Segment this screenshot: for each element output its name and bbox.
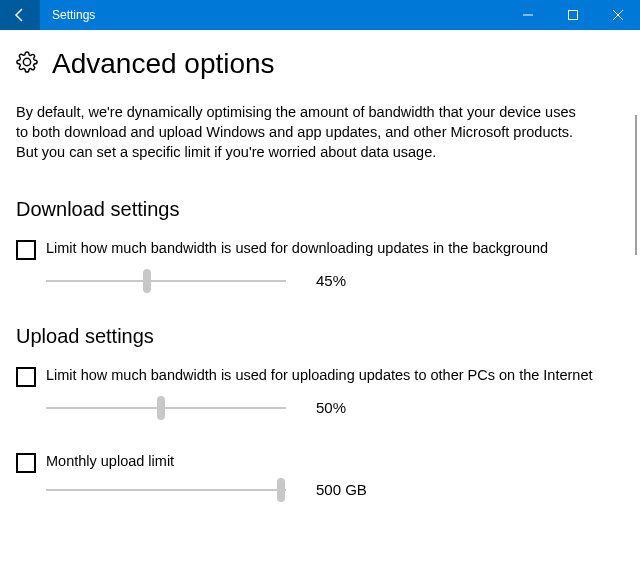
download-bandwidth-slider[interactable] xyxy=(46,280,286,282)
upload-slider-row: 50% xyxy=(16,399,620,416)
page-header: Advanced options xyxy=(16,48,620,80)
monthly-upload-slider[interactable] xyxy=(46,489,286,491)
arrow-left-icon xyxy=(12,7,28,23)
back-button[interactable] xyxy=(0,0,40,30)
upload-bandwidth-slider[interactable] xyxy=(46,407,286,409)
svg-rect-1 xyxy=(568,11,577,20)
download-limit-option: Limit how much bandwidth is used for dow… xyxy=(16,239,606,260)
slider-thumb[interactable] xyxy=(277,478,285,502)
close-icon xyxy=(613,10,623,20)
maximize-icon xyxy=(568,10,578,20)
download-slider-row: 45% xyxy=(16,272,620,289)
download-slider-value: 45% xyxy=(316,272,376,289)
upload-section-title: Upload settings xyxy=(16,325,620,348)
gear-icon xyxy=(16,51,38,77)
download-section-title: Download settings xyxy=(16,198,620,221)
app-title: Settings xyxy=(40,8,505,22)
monthly-limit-checkbox[interactable] xyxy=(16,453,36,473)
monthly-slider-value: 500 GB xyxy=(316,481,376,498)
upload-limit-label: Limit how much bandwidth is used for upl… xyxy=(46,366,593,386)
monthly-limit-label: Monthly upload limit xyxy=(46,452,174,472)
slider-thumb[interactable] xyxy=(143,269,151,293)
upload-limit-checkbox[interactable] xyxy=(16,367,36,387)
title-bar: Settings xyxy=(0,0,640,30)
minimize-button[interactable] xyxy=(505,0,550,30)
window-controls xyxy=(505,0,640,30)
scrollbar[interactable] xyxy=(635,115,637,255)
close-button[interactable] xyxy=(595,0,640,30)
upload-slider-value: 50% xyxy=(316,399,376,416)
upload-limit-option: Limit how much bandwidth is used for upl… xyxy=(16,366,606,387)
download-limit-label: Limit how much bandwidth is used for dow… xyxy=(46,239,548,259)
minimize-icon xyxy=(523,10,533,20)
monthly-slider-row: 500 GB xyxy=(16,481,620,498)
content-area: Advanced options By default, we're dynam… xyxy=(0,30,640,587)
maximize-button[interactable] xyxy=(550,0,595,30)
page-title: Advanced options xyxy=(52,48,275,80)
download-limit-checkbox[interactable] xyxy=(16,240,36,260)
monthly-limit-option: Monthly upload limit xyxy=(16,452,606,473)
intro-text: By default, we're dynamically optimising… xyxy=(16,102,576,162)
slider-thumb[interactable] xyxy=(157,396,165,420)
